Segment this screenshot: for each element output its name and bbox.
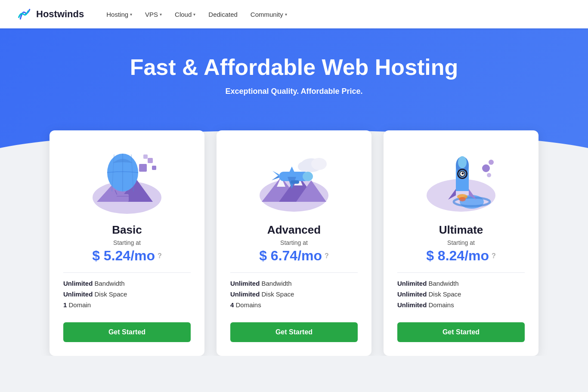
svg-point-22: [311, 158, 327, 170]
svg-point-47: [459, 197, 466, 201]
nav-item-hosting[interactable]: Hosting ▾: [101, 7, 137, 22]
pricing-section: Basic Starting at $ 5.24/mo ? Unlimited …: [0, 130, 588, 356]
basic-illustration: [88, 146, 166, 215]
nav-item-cloud[interactable]: Cloud ▾: [170, 7, 201, 22]
hero-subtitle: Exceptional Quality. Affordable Price.: [17, 87, 571, 96]
plan-starting-advanced: Starting at: [280, 239, 308, 246]
nav-link-community[interactable]: Community ▾: [245, 7, 292, 22]
feature-disk-ultimate: Unlimited Disk Space: [397, 290, 525, 298]
help-icon-ultimate[interactable]: ?: [492, 252, 496, 260]
plan-price-ultimate: $ 8.24/mo ?: [426, 248, 496, 264]
nav-item-vps[interactable]: VPS ▾: [140, 7, 167, 22]
nav-link-hosting[interactable]: Hosting ▾: [101, 7, 137, 22]
plan-name-advanced: Advanced: [267, 223, 321, 237]
feature-bandwidth-ultimate: Unlimited Bandwidth: [397, 280, 525, 287]
plan-name-basic: Basic: [112, 223, 142, 237]
nav-label-community: Community: [251, 11, 283, 18]
logo-text: Hostwinds: [36, 9, 84, 20]
chevron-down-icon: ▾: [160, 12, 162, 17]
feature-disk-basic: Unlimited Disk Space: [63, 290, 191, 298]
svg-point-25: [303, 172, 313, 181]
nav-item-community[interactable]: Community ▾: [245, 7, 292, 22]
chevron-down-icon: ▾: [130, 12, 132, 17]
get-started-button-basic[interactable]: Get Started: [63, 322, 191, 342]
nav-link-dedicated[interactable]: Dedicated: [203, 7, 243, 22]
plan-card-basic: Basic Starting at $ 5.24/mo ? Unlimited …: [50, 130, 204, 356]
advanced-illustration: [255, 146, 333, 215]
chevron-down-icon: ▾: [285, 12, 287, 17]
plan-features-basic: Unlimited Bandwidth Unlimited Disk Space…: [63, 280, 191, 312]
svg-point-39: [458, 156, 467, 168]
plan-price-value-ultimate: $ 8.24/mo: [426, 248, 489, 264]
feature-domains-basic: 1 Domain: [63, 301, 191, 309]
feature-bandwidth-advanced: Unlimited Bandwidth: [230, 280, 358, 287]
logo-link[interactable]: Hostwinds: [17, 6, 84, 22]
card-divider-advanced: [230, 272, 358, 273]
plan-name-ultimate: Ultimate: [439, 223, 483, 237]
get-started-button-ultimate[interactable]: Get Started: [397, 322, 525, 342]
svg-rect-13: [117, 194, 129, 202]
plan-price-advanced: $ 6.74/mo ?: [259, 248, 329, 264]
svg-point-34: [482, 164, 490, 172]
plan-card-advanced: Advanced Starting at $ 6.74/mo ? Unlimit…: [217, 130, 371, 356]
nav-item-dedicated[interactable]: Dedicated: [203, 7, 243, 22]
ultimate-illustration: [422, 146, 500, 215]
hero-title: Fast & Affordable Web Hosting: [17, 54, 571, 80]
nav-links: Hosting ▾ VPS ▾ Cloud ▾ Dedicated Commun…: [101, 7, 292, 22]
nav-link-vps[interactable]: VPS ▾: [140, 7, 167, 22]
card-divider-ultimate: [397, 272, 525, 273]
feature-domains-ultimate: Unlimited Domains: [397, 301, 525, 309]
navbar: Hostwinds Hosting ▾ VPS ▾ Cloud ▾ Dedica…: [0, 0, 588, 28]
svg-point-35: [489, 160, 494, 165]
svg-rect-5: [143, 154, 148, 159]
help-icon-advanced[interactable]: ?: [325, 252, 329, 260]
svg-point-43: [462, 173, 464, 175]
svg-point-36: [487, 173, 491, 177]
plan-price-basic: $ 5.24/mo ?: [92, 248, 162, 264]
nav-label-hosting: Hosting: [106, 11, 128, 18]
help-icon-basic[interactable]: ?: [158, 252, 162, 260]
nav-label-dedicated: Dedicated: [208, 11, 238, 18]
card-divider-basic: [63, 272, 191, 273]
nav-link-cloud[interactable]: Cloud ▾: [170, 7, 201, 22]
plan-features-advanced: Unlimited Bandwidth Unlimited Disk Space…: [230, 280, 358, 312]
plan-starting-basic: Starting at: [113, 239, 141, 246]
svg-marker-28: [272, 175, 279, 180]
svg-rect-30: [291, 180, 299, 184]
svg-point-23: [298, 161, 312, 172]
get-started-button-advanced[interactable]: Get Started: [230, 322, 358, 342]
svg-marker-29: [272, 171, 279, 176]
svg-rect-6: [152, 166, 156, 170]
feature-bandwidth-basic: Unlimited Bandwidth: [63, 280, 191, 287]
logo-icon: [17, 6, 33, 22]
svg-marker-27: [288, 167, 296, 176]
plan-price-value-basic: $ 5.24/mo: [92, 248, 155, 264]
svg-rect-4: [148, 158, 153, 163]
nav-label-cloud: Cloud: [175, 11, 192, 18]
chevron-down-icon: ▾: [193, 12, 195, 17]
plan-features-ultimate: Unlimited Bandwidth Unlimited Disk Space…: [397, 280, 525, 312]
plan-starting-ultimate: Starting at: [447, 239, 475, 246]
feature-domains-advanced: 4 Domains: [230, 301, 358, 309]
plan-price-value-advanced: $ 6.74/mo: [259, 248, 322, 264]
plan-card-ultimate: Ultimate Starting at $ 8.24/mo ? Unlimit…: [384, 130, 538, 356]
feature-disk-advanced: Unlimited Disk Space: [230, 290, 358, 298]
nav-label-vps: VPS: [145, 11, 158, 18]
svg-rect-3: [139, 164, 147, 172]
